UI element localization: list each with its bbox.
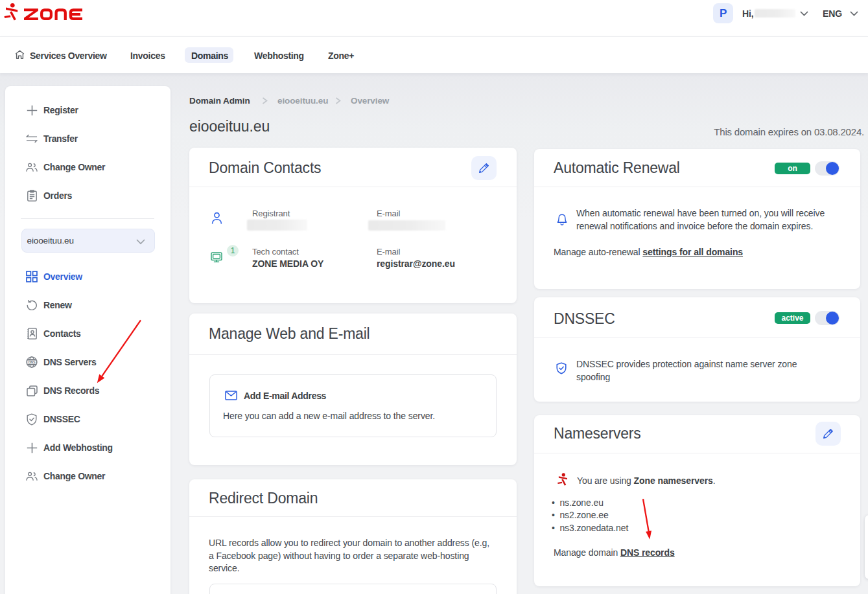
svg-text:DNS: DNS: [29, 360, 36, 364]
